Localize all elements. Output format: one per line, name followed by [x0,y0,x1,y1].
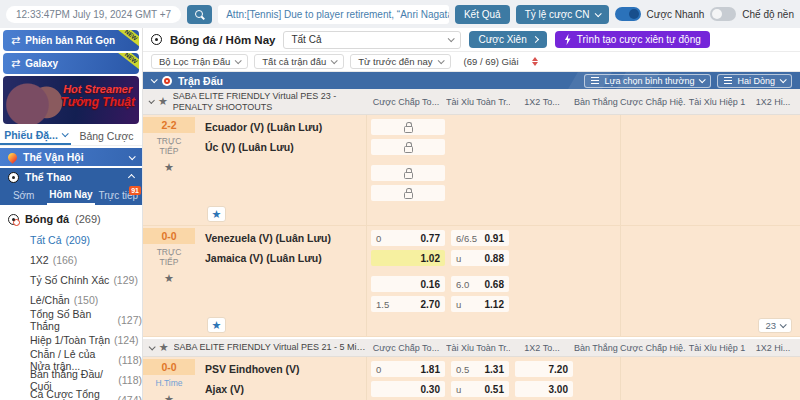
home-team: Ecuador (V) (Luân Lưu) [195,121,368,133]
favorite-star-icon[interactable]: ★ [164,272,174,285]
locked-odds-cell [371,119,445,135]
column-header: Cược Chấp Hiệ... [620,97,686,107]
quick-bet-label: Cược Nhanh [647,9,705,20]
odds-cell[interactable]: u1.12 [451,296,509,312]
swap-icon: ⇄ [11,34,20,47]
collapse-icon[interactable] [149,98,155,104]
betslip-tabs: Phiếu Đặ... Bảng Cược [0,126,142,146]
match-row: 2-2 TRỰC TIẾP ★ Ecuador (V) (Luân Lưu) Ú… [143,115,800,226]
sidebar-item-odd-even[interactable]: Lẻ/Chẵn(150) [0,290,142,310]
more-markets-dropdown[interactable]: 23 [758,318,792,333]
tab-today[interactable]: Hôm Nay [47,186,94,205]
odds-cell[interactable]: 0.30 [371,381,445,397]
lock-icon [404,146,413,153]
time-filter-tabs: Sớm Hôm Nay Trực tiếp 91 [0,186,142,205]
sport-header-bar: Bóng đá / Hôm Nay Tất Cả Cược Xiên Trình… [143,28,800,52]
sidebar-item-mix-parlay[interactable]: Cá Cược Tổng Hợp(474) [0,390,142,400]
parlay-button[interactable]: Cược Xiên [469,31,546,48]
search-button[interactable] [187,5,212,24]
match-filter-dropdown[interactable]: Bộ Lọc Trận Đấu [151,54,248,69]
sidebar-item-first-last-goal[interactable]: Bàn thắng Đầu/ Cuối(118) [0,370,142,390]
football-icon [8,214,19,225]
rows-icon [724,77,732,79]
promo-title: Hot Streamer Tưởng Thuật [60,83,135,109]
odds-cell[interactable]: u0.88 [451,250,509,266]
odds-cell-highlighted[interactable]: 1.02 [371,250,445,266]
locked-odds-cell [371,185,445,201]
row-mode-dropdown[interactable]: Hai Dòng [717,74,792,88]
sidebar-item-sports[interactable]: Thể Thao [0,168,142,186]
sidebar-item-half-odd-even[interactable]: Chẵn / Lẻ của Nửa trận...(118) [0,350,142,370]
column-header: Cược Chấp Hiệ... [620,343,686,353]
promo-banner[interactable]: Hot Streamer Tưởng Thuật [3,76,139,124]
chevron-down-icon [780,321,787,328]
favorite-star-icon[interactable]: ★ [159,341,169,354]
odds-cell[interactable]: u0.51 [451,381,509,397]
odds-cell[interactable]: 3.00 [515,381,573,397]
display-mode-label: Chế độ nền [742,9,794,20]
compact-version-banner[interactable]: ⇄ Phiên bản Rút Gọn NEW [3,30,139,51]
column-header: Tài Xỉu Toàn Tr... [446,97,510,107]
column-header: Tài Xỉu Hiệp 1 [686,343,748,353]
odds-cell[interactable]: 01.81 [371,361,445,377]
collapse-icon[interactable] [149,343,156,350]
sidebar-item-total-goals[interactable]: Tổng Số Bàn Thắng(127) [0,310,142,330]
chevron-down-icon[interactable] [151,76,158,83]
all-matches-dropdown[interactable]: Tất cả trận đấu [254,54,344,69]
results-button[interactable]: Kết Quả [455,5,510,24]
match-row: 0-0 TRỰC TIẾP ★ Venezuela (V) (Luân Lưu)… [143,226,800,337]
favorite-star-icon[interactable]: ★ [164,393,174,400]
clock: 12:33:47PM July 19, 2024 GMT +7 [6,6,181,23]
league-header: ★ SABA ELITE FRIENDLY Virtual PES 23 - P… [143,89,800,115]
locked-odds-cell [371,165,445,181]
odds-cell[interactable]: 6.00.68 [451,276,509,292]
tab-live[interactable]: Trực tiếp 91 [95,186,142,205]
tab-early[interactable]: Sớm [0,186,47,205]
column-header: 1X2 Hi... [748,343,798,353]
odds-cell[interactable]: 6/6.50.91 [451,230,509,246]
sidebar-item-correct-score[interactable]: Tỷ Số Chính Xác(129) [0,270,142,290]
live-status: TRỰC TIẾP [152,136,186,156]
swap-icon: ⇄ [11,57,20,70]
sort-icon[interactable] [532,57,538,66]
favorite-match-button[interactable]: ★ [207,317,226,333]
sidebar-item-1x2[interactable]: 1X2(166) [0,250,142,270]
announcement-ticker[interactable]: Attn:[Tennis] Due to player retirement, … [218,5,449,24]
tab-bet-list[interactable]: Bảng Cược [71,126,142,145]
tab-betslip[interactable]: Phiếu Đặ... [0,126,71,145]
sidebar-item-all[interactable]: Tất Cả(209) [0,230,142,250]
league-header: ★ SABA ELITE FRIENDLY Virtual PES 21 - 5… [143,339,800,357]
league-count-label: (69 / 69) Giải [457,55,526,68]
time-range-dropdown[interactable]: Từ trước đến nay [350,54,450,69]
odds-cell[interactable]: 0.16 [371,276,445,292]
away-team: Úc (V) (Luân Lưu) [195,141,368,153]
chevron-down-icon [62,130,69,137]
favorite-star-icon[interactable]: ★ [164,161,174,174]
column-header: Tài Xỉu Toàn Tr... [446,343,510,353]
live-score: 0-0 [143,228,195,244]
league-filter-select[interactable]: Tất Cả [283,31,461,49]
quick-bet-toggle[interactable] [615,7,641,21]
sidebar: ⇄ Phiên bản Rút Gọn NEW ⇄ Galaxy NEW Hot… [0,28,143,400]
chevron-down-icon [594,10,601,17]
odds-type-dropdown[interactable]: Tỷ lệ cược CN [516,5,609,24]
odds-cell[interactable]: 7.20 [515,361,573,377]
column-header: 1X2 Hi... [748,97,798,107]
odds-cell[interactable]: 1.52.70 [371,296,445,312]
sidebar-item-football[interactable]: Bóng đá (269) [0,208,142,230]
favorite-star-icon[interactable]: ★ [158,95,168,108]
lock-icon [404,192,413,199]
favorite-match-button[interactable]: ★ [207,206,226,222]
sidebar-item-esports[interactable]: Thể Vận Hội [0,148,142,166]
odds-cell[interactable]: 0.51.31 [451,361,509,377]
galaxy-banner[interactable]: ⇄ Galaxy NEW [3,53,139,74]
chevron-down-icon [448,35,455,42]
auto-parlay-button[interactable]: Trình tạo cược xiên tự động [555,31,710,48]
sports-icon [8,172,19,183]
football-icon [151,34,162,45]
odds-cell[interactable]: 00.77 [371,230,445,246]
sidebar-item-ht-ft[interactable]: Hiệp 1/Toàn Trận(124) [0,330,142,350]
display-mode-toggle[interactable] [710,7,736,21]
home-team: Venezuela (V) (Luân Lưu) [195,232,368,244]
column-header: Bàn Thắng Tiế... [574,343,620,353]
